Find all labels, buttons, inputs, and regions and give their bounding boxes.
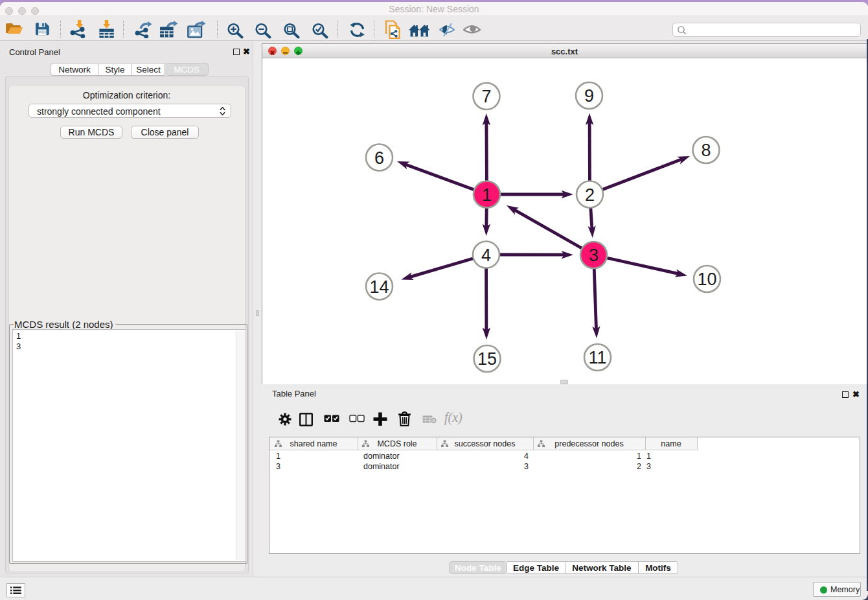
svg-text:6: 6 <box>374 148 384 168</box>
svg-text:10: 10 <box>697 270 716 289</box>
svg-text:4: 4 <box>481 246 491 265</box>
svg-text:14: 14 <box>369 277 389 297</box>
svg-text:8: 8 <box>701 141 711 160</box>
svg-text:3: 3 <box>589 246 599 265</box>
svg-text:15: 15 <box>477 349 497 369</box>
svg-text:7: 7 <box>481 87 491 106</box>
svg-text:1: 1 <box>482 185 492 205</box>
svg-text:2: 2 <box>585 185 595 205</box>
svg-text:9: 9 <box>584 86 594 106</box>
svg-text:11: 11 <box>588 348 606 367</box>
